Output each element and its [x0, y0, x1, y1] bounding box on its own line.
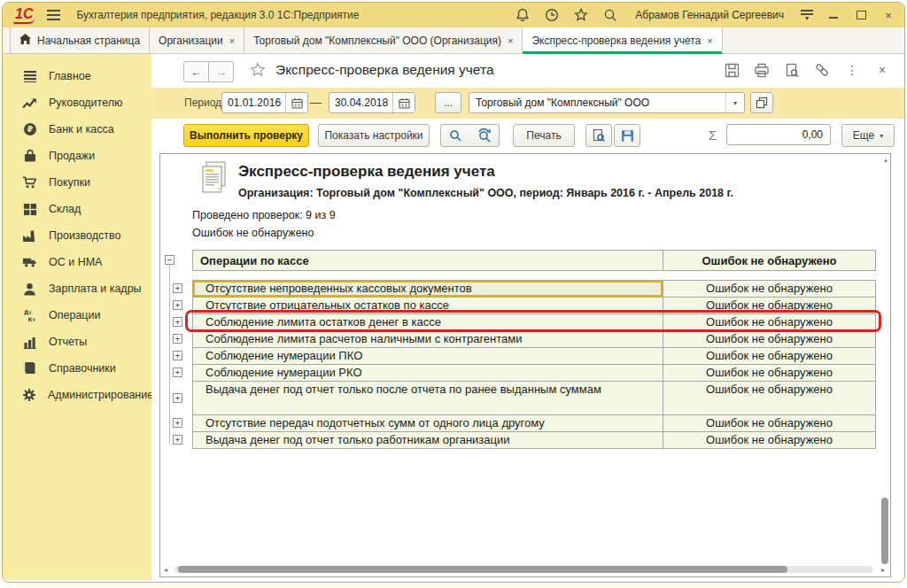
check-result-cell[interactable]: Ошибок не обнаружено: [663, 314, 876, 330]
vertical-scrollbar-thumb[interactable]: [881, 498, 888, 564]
expand-row-icon[interactable]: +: [173, 418, 182, 428]
check-row-highlighted[interactable]: Соблюдение лимита остатков денег в кассе…: [192, 314, 876, 331]
check-row[interactable]: Выдача денег под отчет только после отче…: [192, 382, 876, 415]
find-icon-button[interactable]: [440, 124, 470, 147]
check-name-cell[interactable]: Выдача денег под отчет только после отче…: [192, 382, 663, 414]
expand-row-icon[interactable]: +: [173, 283, 182, 293]
check-result-cell[interactable]: Ошибок не обнаружено: [663, 331, 876, 347]
window-minimize-button[interactable]: [826, 9, 841, 22]
calendar-icon[interactable]: [285, 93, 307, 112]
expand-row-icon[interactable]: +: [173, 300, 182, 310]
check-row[interactable]: Отсутствие непроведенных кассовых докуме…: [192, 281, 876, 298]
sidebar-label: Главное: [49, 70, 91, 82]
favorites-star-icon[interactable]: [573, 7, 589, 23]
save-icon[interactable]: [724, 62, 740, 78]
check-name-cell[interactable]: Соблюдение лимита остатков денег в кассе: [192, 314, 663, 330]
tab-close-icon[interactable]: ×: [707, 35, 712, 46]
date-to-input[interactable]: [329, 97, 392, 109]
main-menu-icon[interactable]: [47, 10, 60, 20]
check-row[interactable]: Соблюдение лимита расчетов наличными с к…: [192, 331, 876, 348]
tab-organizations[interactable]: Организации ×: [150, 27, 244, 53]
tab-close-icon[interactable]: ×: [229, 35, 235, 46]
nav-forward-button[interactable]: →: [209, 61, 234, 82]
find-next-icon-button[interactable]: [469, 124, 500, 147]
check-row[interactable]: Отсутствие передач подотчетных сумм от о…: [192, 415, 876, 432]
date-from-input[interactable]: [222, 97, 285, 109]
sum-input[interactable]: [727, 128, 830, 141]
show-settings-button[interactable]: Показать настройки: [318, 124, 430, 147]
expand-row-icon[interactable]: +: [173, 351, 182, 360]
close-form-icon[interactable]: ×: [874, 62, 890, 78]
print-icon[interactable]: [754, 62, 770, 78]
check-row[interactable]: Соблюдение нумерации РКО Ошибок не обнар…: [192, 365, 876, 382]
print-preview-button[interactable]: [585, 124, 612, 147]
scroll-up-icon[interactable]: ▴: [884, 156, 888, 164]
check-result-cell[interactable]: Ошибок не обнаружено: [663, 382, 876, 414]
current-user[interactable]: Абрамов Геннадий Сергеевич: [635, 9, 784, 21]
preview-icon[interactable]: [784, 62, 800, 78]
notifications-bell-icon[interactable]: [515, 7, 531, 23]
table-group-header[interactable]: Операции по кассе Ошибок не обнаружено: [192, 250, 876, 271]
period-choice-button[interactable]: ...: [435, 92, 461, 113]
print-button[interactable]: Печать: [513, 124, 575, 147]
check-name-cell[interactable]: Отсутствие отрицательных остатков по кас…: [192, 298, 663, 313]
link-icon[interactable]: [814, 62, 830, 78]
more-button[interactable]: Еще ▾: [841, 124, 895, 147]
check-row[interactable]: Выдача денег под отчет только работникам…: [192, 432, 876, 449]
check-name-cell[interactable]: Отсутствие передач подотчетных сумм от о…: [192, 415, 663, 431]
save-result-button[interactable]: [614, 124, 640, 147]
window-close-button[interactable]: ×: [881, 9, 895, 22]
organization-field[interactable]: Торговый дом "Комплексный" ООО ▾: [469, 92, 745, 113]
check-name-cell[interactable]: Отсутствие непроведенных кассовых докуме…: [192, 281, 663, 297]
sidebar-item-main[interactable]: Главное: [3, 63, 151, 89]
check-result-cell[interactable]: Ошибок не обнаружено: [663, 348, 876, 364]
sidebar-item-operations[interactable]: ДтКт Операции: [3, 302, 151, 329]
check-result-cell[interactable]: Ошибок не обнаружено: [663, 365, 876, 381]
search-icon[interactable]: [602, 7, 618, 23]
service-menu-icon[interactable]: ▼: [801, 10, 813, 20]
more-options-icon[interactable]: ⋮: [844, 62, 860, 78]
tab-close-icon[interactable]: ×: [508, 35, 513, 46]
check-result-cell[interactable]: Ошибок не обнаружено: [663, 432, 876, 448]
sidebar-item-manager[interactable]: Руководителю: [3, 89, 151, 116]
tab-home[interactable]: Начальная страница: [10, 27, 150, 53]
run-check-button[interactable]: Выполнить проверку: [183, 124, 309, 147]
sidebar-item-purchases[interactable]: Покупки: [3, 169, 151, 196]
sidebar-item-production[interactable]: Производство: [3, 222, 151, 249]
sidebar-item-salary-hr[interactable]: Зарплата и кадры: [3, 275, 151, 302]
favorite-star-icon[interactable]: [249, 61, 267, 82]
sidebar-item-warehouse[interactable]: Склад: [3, 196, 151, 222]
nav-back-button[interactable]: ←: [183, 61, 209, 82]
tab-express-check[interactable]: Экспресс-проверка ведения учета ×: [523, 27, 722, 53]
sidebar-item-reports[interactable]: Отчеты: [3, 329, 151, 355]
check-result-cell[interactable]: Ошибок не обнаружено: [663, 298, 876, 313]
scroll-left-icon[interactable]: ◂: [164, 566, 167, 574]
expand-row-icon[interactable]: +: [173, 393, 182, 403]
check-name-cell[interactable]: Соблюдение нумерации ПКО: [192, 348, 663, 364]
window-maximize-button[interactable]: [854, 9, 868, 22]
expand-row-icon[interactable]: +: [173, 368, 182, 377]
tab-organization-card[interactable]: Торговый дом "Комплексный" ООО (Организа…: [244, 27, 523, 53]
scroll-right-icon[interactable]: ▸: [881, 566, 885, 574]
check-row[interactable]: Соблюдение нумерации ПКО Ошибок не обнар…: [192, 348, 876, 365]
check-row[interactable]: Отсутствие отрицательных остатков по кас…: [192, 298, 876, 314]
check-name-cell[interactable]: Соблюдение лимита расчетов наличными с к…: [192, 331, 663, 347]
organization-open-icon[interactable]: [750, 92, 773, 113]
history-clock-icon[interactable]: [544, 7, 560, 23]
sidebar-item-bank-cash[interactable]: ₽ Банк и касса: [3, 116, 151, 143]
calendar-icon[interactable]: [392, 93, 415, 112]
check-name-cell[interactable]: Выдача денег под отчет только работникам…: [192, 432, 663, 448]
organization-dropdown-icon[interactable]: ▾: [725, 93, 744, 112]
sidebar-item-sales[interactable]: Продажи: [3, 143, 151, 169]
sidebar-item-directories[interactable]: Справочники: [3, 355, 151, 382]
check-result-cell[interactable]: Ошибок не обнаружено: [663, 281, 876, 297]
horizontal-scrollbar-thumb[interactable]: [178, 566, 787, 573]
check-name-cell[interactable]: Соблюдение нумерации РКО: [192, 365, 663, 381]
sidebar-item-fixed-assets[interactable]: ОС и НМА: [3, 249, 151, 275]
horizontal-scroll-track[interactable]: [174, 566, 872, 573]
expand-row-icon[interactable]: +: [173, 317, 182, 327]
expand-row-icon[interactable]: +: [173, 435, 182, 445]
check-result-cell[interactable]: Ошибок не обнаружено: [663, 415, 876, 431]
sidebar-item-administration[interactable]: Администрирование: [3, 382, 151, 408]
expand-row-icon[interactable]: +: [173, 334, 182, 344]
